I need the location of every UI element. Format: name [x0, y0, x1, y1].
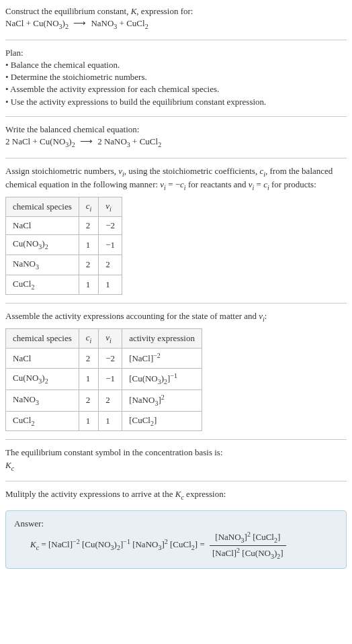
table-cell: 2: [79, 389, 99, 411]
plan-bullet: • Balance the chemical equation.: [5, 60, 120, 70]
table-cell: 1: [99, 275, 122, 295]
stoich-section: Assign stoichiometric numbers, νi, using…: [5, 165, 347, 295]
table-cell: CuCl2: [6, 411, 79, 431]
balanced-section: Write the balanced chemical equation: 2 …: [5, 124, 347, 150]
multiply-section: Mulitply the activity expressions to arr…: [5, 488, 347, 502]
plan-bullet: • Assemble the activity expression for e…: [5, 84, 219, 94]
table-header: chemical species: [6, 197, 79, 217]
table-cell: 2: [79, 217, 99, 235]
table-row: Cu(NO3)2 1 −1 [Cu(NO3)2]−1: [6, 368, 202, 389]
plan-bullet: • Determine the stoichiometric numbers.: [5, 72, 147, 82]
table-cell: NaNO3: [6, 389, 79, 411]
table-row: NaNO3 2 2 [NaNO3]2: [6, 389, 202, 411]
table-header: νi: [99, 197, 122, 217]
table-cell: [NaNO3]2: [122, 389, 202, 411]
table-header: chemical species: [6, 328, 79, 349]
table-header-row: chemical species ci νi: [6, 197, 122, 217]
table-cell: 1: [79, 411, 99, 431]
table-header: activity expression: [122, 328, 202, 349]
table-header-row: chemical species ci νi activity expressi…: [6, 328, 202, 349]
table-header: νi: [99, 328, 122, 349]
table-cell: NaCl: [6, 217, 79, 235]
table-cell: [CuCl2]: [122, 411, 202, 431]
table-cell: 1: [79, 235, 99, 255]
table-cell: Cu(NO3)2: [6, 235, 79, 255]
unbalanced-equation: NaCl + Cu(NO3)2 ⟶ NaNO3 + CuCl2: [5, 18, 148, 28]
table-cell: −1: [99, 235, 122, 255]
table-row: CuCl2 1 1 [CuCl2]: [6, 411, 202, 431]
table-row: Cu(NO3)2 1 −1: [6, 235, 122, 255]
table-row: NaCl 2 −2: [6, 217, 122, 235]
activity-intro: Assemble the activity expressions accoun…: [5, 311, 267, 321]
answer-box: Answer: Kc = [NaCl]−2 [Cu(NO3)2]−1 [NaNO…: [5, 510, 347, 569]
table-row: NaCl 2 −2 [NaCl]−2: [6, 349, 202, 369]
table-cell: 1: [79, 368, 99, 389]
plan-bullet: • Use the activity expressions to build …: [5, 97, 266, 107]
table-cell: −1: [99, 368, 122, 389]
prompt-text: Construct the equilibrium constant, K, e…: [5, 6, 193, 16]
plan-heading: Plan:: [5, 48, 24, 58]
table-cell: 2: [99, 255, 122, 275]
answer-label: Answer:: [14, 518, 44, 528]
table-header: ci: [79, 328, 99, 349]
multiply-text: Mulitply the activity expressions to arr…: [5, 489, 226, 499]
stoich-table: chemical species ci νi NaCl 2 −2 Cu(NO3)…: [5, 197, 122, 295]
balanced-heading: Write the balanced chemical equation:: [5, 124, 139, 134]
table-cell: NaNO3: [6, 255, 79, 275]
table-cell: −2: [99, 217, 122, 235]
stoich-intro: Assign stoichiometric numbers, νi, using…: [5, 166, 333, 190]
table-cell: 2: [99, 389, 122, 411]
activity-table: chemical species ci νi activity expressi…: [5, 328, 202, 432]
answer-expression: Kc = [NaCl]−2 [Cu(NO3)2]−1 [NaNO3]2 [CuC…: [30, 530, 338, 561]
kc-symbol: Kc: [5, 460, 14, 470]
table-cell: NaCl: [6, 349, 79, 369]
balanced-equation: 2 NaCl + Cu(NO3)2 ⟶ 2 NaNO3 + CuCl2: [5, 136, 161, 146]
activity-section: Assemble the activity expressions accoun…: [5, 310, 347, 431]
table-header: ci: [79, 197, 99, 217]
plan-section: Plan: • Balance the chemical equation. •…: [5, 47, 347, 108]
table-cell: 1: [99, 411, 122, 431]
table-row: CuCl2 1 1: [6, 275, 122, 295]
table-row: NaNO3 2 2: [6, 255, 122, 275]
prompt-section: Construct the equilibrium constant, K, e…: [5, 5, 347, 32]
symbol-section: The equilibrium constant symbol in the c…: [5, 447, 347, 473]
table-cell: 1: [79, 275, 99, 295]
table-cell: −2: [99, 349, 122, 369]
table-cell: [Cu(NO3)2]−1: [122, 368, 202, 389]
symbol-text: The equilibrium constant symbol in the c…: [5, 447, 223, 457]
table-cell: CuCl2: [6, 275, 79, 295]
table-cell: [NaCl]−2: [122, 349, 202, 369]
table-cell: Cu(NO3)2: [6, 368, 79, 389]
table-cell: 2: [79, 255, 99, 275]
table-cell: 2: [79, 349, 99, 369]
